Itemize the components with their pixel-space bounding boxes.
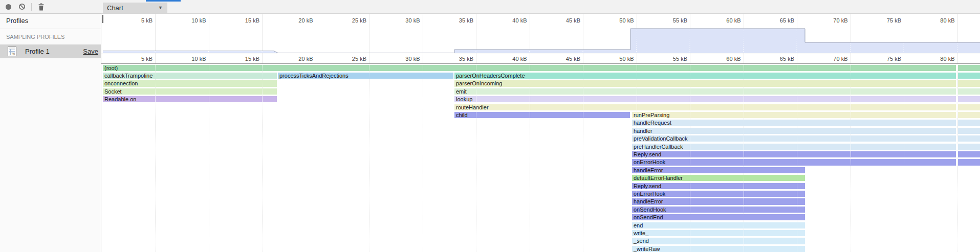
flame-bar-Reply.send[interactable]: Reply.send: [632, 183, 805, 189]
flame-bar-Reply.send[interactable]: Reply.send: [632, 151, 956, 157]
toolbar-separator: [31, 3, 32, 11]
heap-chart-pane: Chart ▼ 5 kB10 kB15 kB20 kB25 kB30 kB35 …: [101, 0, 980, 252]
flame-bar-Socket[interactable]: Socket: [103, 88, 277, 95]
ruler-tick: 25 kB: [325, 17, 366, 24]
ruler-tick: 15 kB: [219, 56, 259, 62]
flame-bar-segment[interactable]: [958, 104, 980, 110]
flame-bar-runPreParsing[interactable]: runPreParsing: [632, 112, 956, 118]
flame-bar-write_[interactable]: write_: [632, 230, 805, 236]
chart-toolbar: Chart ▼: [101, 0, 980, 14]
ruler-tick: 60 kB: [700, 17, 741, 24]
ruler-tick: 25 kB: [325, 56, 366, 62]
flame-bar-segment[interactable]: [958, 80, 980, 86]
flame-bar-segment[interactable]: [958, 73, 980, 79]
flame-bar-segment[interactable]: [958, 120, 980, 126]
flame-bar-handleRequest[interactable]: handleRequest: [632, 120, 956, 126]
flame-bar-emit[interactable]: emit: [454, 88, 956, 95]
flame-bar-defaultErrorHandler[interactable]: defaultErrorHandler: [632, 175, 805, 181]
flame-bar-segment[interactable]: [958, 88, 980, 95]
flame-bar-processTicksAndRejections[interactable]: processTicksAndRejections: [278, 73, 453, 79]
ruler-tick: 20 kB: [272, 56, 313, 62]
flame-bar-handleError[interactable]: handleError: [632, 167, 805, 173]
flame-chart: (root)callbackTrampolineprocessTicksAndR…: [101, 64, 980, 252]
ruler-tick: 60 kB: [700, 56, 741, 62]
flame-bar-_send[interactable]: _send: [632, 238, 805, 244]
memory-overview[interactable]: 5 kB10 kB15 kB20 kB25 kB30 kB35 kB40 kB4…: [101, 14, 980, 54]
sidebar-section-label: SAMPLING PROFILES: [6, 34, 64, 40]
ruler-tick: 10 kB: [165, 56, 206, 62]
flame-bar-routeHandler[interactable]: routeHandler: [454, 104, 956, 110]
chevron-down-icon: ▼: [158, 3, 163, 13]
ruler-tick: 35 kB: [432, 17, 473, 24]
record-icon[interactable]: [6, 4, 11, 10]
ruler-tick: 55 kB: [646, 17, 687, 24]
flame-bar-segment[interactable]: [958, 112, 980, 118]
flame-bar-end[interactable]: end: [632, 222, 805, 228]
profile-document-icon: %: [8, 47, 16, 58]
flame-bar-(root)[interactable]: (root): [103, 65, 956, 71]
flame-bar-preValidationCallback[interactable]: preValidationCallback: [632, 135, 956, 142]
ruler-tick: 30 kB: [379, 56, 420, 62]
sidebar-item-profile-1[interactable]: % Profile 1 Save: [0, 44, 101, 58]
flame-ruler: 5 kB10 kB15 kB20 kB25 kB30 kB35 kB40 kB4…: [101, 54, 980, 64]
flame-bar-handleError[interactable]: handleError: [632, 198, 805, 204]
ruler-tick: 40 kB: [486, 56, 527, 62]
view-mode-value: Chart: [107, 4, 123, 12]
flame-bar-parserOnHeadersComplete[interactable]: parserOnHeadersComplete: [454, 73, 956, 79]
flame-bar-child[interactable]: child: [454, 112, 630, 118]
ruler-tick: 15 kB: [219, 17, 259, 24]
ruler-tick: 30 kB: [379, 17, 420, 24]
ruler-tick: 50 kB: [593, 56, 634, 62]
clear-all-icon[interactable]: [18, 3, 26, 12]
flame-bar-handler[interactable]: handler: [632, 128, 956, 134]
flame-bar-lookup[interactable]: lookup: [454, 96, 956, 102]
sidebar-title: Profiles: [6, 17, 28, 25]
ruler-tick: 65 kB: [753, 56, 794, 62]
profiles-toolbar: [0, 0, 101, 14]
ruler-tick: 75 kB: [860, 56, 901, 62]
ruler-tick: 55 kB: [646, 56, 687, 62]
view-mode-select[interactable]: Chart ▼: [103, 3, 167, 13]
ruler-tick: 50 kB: [593, 17, 634, 24]
ruler-tick: 45 kB: [539, 56, 580, 62]
trash-icon[interactable]: [38, 3, 45, 13]
flame-bar-onErrorHook[interactable]: onErrorHook: [632, 191, 805, 197]
gridline-dotted-overlay: [316, 64, 316, 252]
profiles-sidebar: Profiles SAMPLING PROFILES % Profile 1 S…: [0, 0, 101, 252]
flame-bar-segment[interactable]: [958, 65, 980, 71]
ruler-tick: 35 kB: [432, 56, 473, 62]
ruler-tick: 80 kB: [914, 17, 955, 24]
ruler-tick: 75 kB: [860, 17, 901, 24]
svg-text:%: %: [12, 52, 15, 56]
gridline-dotted-overlay: [423, 64, 423, 252]
flame-bar-segment[interactable]: [958, 96, 980, 102]
flame-bar-_writeRaw[interactable]: _writeRaw: [632, 246, 805, 252]
flame-bar-onconnection[interactable]: onconnection: [103, 80, 277, 86]
flame-bar-parserOnIncoming[interactable]: parserOnIncoming: [454, 80, 956, 86]
ruler-tick: 10 kB: [165, 17, 206, 24]
flame-bar-segment[interactable]: [958, 135, 980, 142]
flame-bar-segment[interactable]: [958, 128, 980, 134]
active-tab-indicator: [146, 0, 181, 2]
flame-bar-callbackTrampoline[interactable]: callbackTrampoline: [103, 73, 277, 79]
save-link[interactable]: Save: [83, 48, 98, 55]
devtools-memory-panel: Profiles SAMPLING PROFILES % Profile 1 S…: [0, 0, 980, 252]
flame-bar-onSendHook[interactable]: onSendHook: [632, 207, 805, 213]
sidebar-divider: [0, 29, 101, 29]
ruler-tick: 40 kB: [486, 17, 527, 24]
flame-bar-segment[interactable]: [958, 151, 980, 157]
flame-bar-onSendEnd[interactable]: onSendEnd: [632, 214, 805, 220]
pane-resizer-handle[interactable]: [102, 15, 103, 23]
flame-bar-onErrorHook[interactable]: onErrorHook: [632, 159, 956, 165]
ruler-tick: 5 kB: [112, 56, 153, 62]
ruler-tick: 80 kB: [914, 56, 955, 62]
flame-bar-segment[interactable]: [958, 144, 980, 150]
profile-name: Profile 1: [25, 48, 50, 55]
gridline-dotted-overlay: [369, 64, 369, 252]
flame-bar-Readable.on[interactable]: Readable.on: [103, 96, 277, 102]
flame-bar-segment[interactable]: [958, 159, 980, 165]
ruler-tick: 65 kB: [753, 17, 794, 24]
ruler-tick: 20 kB: [272, 17, 313, 24]
ruler-tick: 70 kB: [807, 17, 848, 24]
flame-bar-preHandlerCallback[interactable]: preHandlerCallback: [632, 144, 956, 150]
